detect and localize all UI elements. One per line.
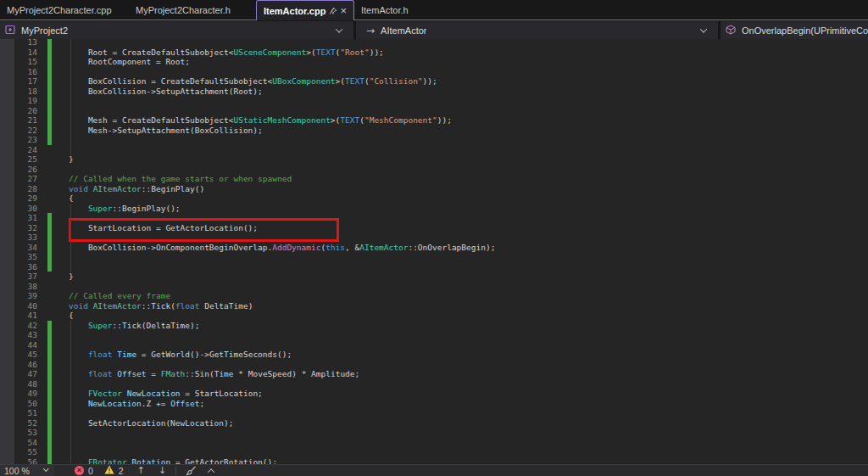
line-number: 13	[14, 39, 37, 48]
code-line[interactable]: 45 float Time = GetWorld()->GetTimeSecon…	[0, 350, 868, 360]
line-number: 19	[14, 96, 37, 106]
line-number: 22	[14, 126, 37, 136]
code-line[interactable]: 38	[0, 282, 868, 292]
scope-dropdown[interactable]: → AItemActor	[356, 21, 718, 39]
project-dropdown[interactable]: MyProject2	[0, 21, 353, 39]
code-line[interactable]: 13	[0, 39, 868, 48]
line-number: 14	[14, 48, 37, 58]
code-line[interactable]: 55	[0, 447, 868, 457]
chevron-down-icon	[42, 466, 48, 472]
tab-myproject2character-h[interactable]: MyProject2Character.h	[129, 0, 254, 20]
code-text: BoxCollision->OnComponentBeginOverlap.Ad…	[69, 243, 495, 253]
warning-count: 2	[119, 466, 124, 476]
code-line[interactable]: 26	[0, 165, 868, 175]
line-number: 23	[14, 135, 37, 145]
tab-myproject2character-cpp[interactable]: MyProject2Character.cpp	[0, 0, 129, 20]
code-line[interactable]: 40void AItemActor::Tick(float DeltaTime)	[0, 301, 868, 311]
code-line[interactable]: 49 FVector NewLocation = StartLocation;	[0, 389, 868, 399]
pin-icon[interactable]	[329, 7, 337, 15]
code-line[interactable]: 36	[0, 262, 868, 272]
code-text: }	[69, 154, 74, 165]
line-number: 45	[14, 350, 37, 360]
project-name: MyProject2	[21, 25, 68, 36]
close-icon[interactable]: ×	[340, 7, 347, 15]
code-line[interactable]: 17 BoxCollision = CreateDefaultSubobject…	[0, 76, 868, 87]
line-number: 25	[14, 154, 37, 165]
code-line[interactable]: 21 Mesh = CreateDefaultSubobject<UStatic…	[0, 115, 868, 126]
code-editor[interactable]: 1314 Root = CreateDefaultSubobject<UScen…	[0, 39, 868, 464]
indent-guide	[70, 321, 71, 465]
code-line[interactable]: 54	[0, 438, 868, 448]
code-line[interactable]: 30 Super::BeginPlay();	[0, 204, 868, 214]
code-line[interactable]: 52 SetActorLocation(NewLocation);	[0, 418, 868, 428]
code-line[interactable]: 47 float Offset = FMath::Sin(Time * Move…	[0, 369, 868, 379]
code-line[interactable]: 15 RootComponent = Root;	[0, 57, 868, 67]
error-count: 0	[88, 466, 93, 476]
code-line[interactable]: 25}	[0, 154, 868, 165]
code-text: {	[69, 311, 74, 321]
line-number: 39	[14, 291, 37, 301]
change-bar	[47, 39, 52, 145]
code-line[interactable]: 27// Called when the game starts or when…	[0, 174, 868, 184]
code-line[interactable]: 16	[0, 67, 868, 77]
code-line[interactable]: 35	[0, 252, 868, 262]
code-text: BoxCollision->SetupAttachment(Root);	[69, 87, 263, 97]
code-line[interactable]: 20	[0, 106, 868, 116]
tab-itemactor-h[interactable]: ItemActor.h	[354, 0, 415, 20]
code-line[interactable]: 28void AItemActor::BeginPlay()	[0, 184, 868, 194]
caret-up-icon[interactable]	[208, 468, 214, 475]
line-number: 35	[14, 252, 37, 262]
code-line[interactable]: 56 FRotator Rotation = GetActorRotation(…	[0, 457, 868, 465]
code-line[interactable]: 18 BoxCollision->SetupAttachment(Root);	[0, 87, 868, 97]
code-line[interactable]: 24	[0, 145, 868, 155]
line-number: 44	[14, 340, 37, 350]
code-text: SetActorLocation(NewLocation);	[69, 418, 233, 428]
code-line[interactable]: 22 Mesh->SetupAttachment(BoxCollision);	[0, 126, 868, 136]
code-line[interactable]: 34 BoxCollision->OnComponentBeginOverlap…	[0, 243, 868, 253]
line-number: 38	[14, 282, 37, 292]
code-line[interactable]: 39// Called every frame	[0, 291, 868, 301]
zoom-control[interactable]: 100 %	[0, 465, 54, 476]
line-number: 55	[14, 447, 37, 457]
code-line[interactable]: 37}	[0, 272, 868, 282]
member-dropdown[interactable]: OnOverlapBegin(UPrimitiveCompo	[721, 21, 868, 39]
code-line[interactable]: 19	[0, 96, 868, 106]
code-text: // Called every frame	[69, 291, 170, 301]
code-text: Super::Tick(DeltaTime);	[69, 321, 199, 331]
code-line[interactable]: 53	[0, 428, 868, 438]
line-number: 31	[14, 213, 37, 223]
error-circle-icon[interactable]: ×	[75, 466, 84, 475]
line-number: 42	[14, 321, 37, 331]
code-line[interactable]: 14 Root = CreateDefaultSubobject<USceneC…	[0, 48, 868, 58]
tab-itemactor-cpp[interactable]: ItemActor.cpp ×	[256, 0, 354, 20]
broom-icon[interactable]	[186, 466, 197, 476]
code-text: {	[69, 193, 74, 204]
code-line[interactable]: 29{	[0, 193, 868, 204]
code-line[interactable]: 46	[0, 360, 868, 370]
code-line[interactable]: 43	[0, 330, 868, 340]
code-line[interactable]: 48	[0, 379, 868, 389]
code-line[interactable]: 41{	[0, 311, 868, 321]
line-number: 52	[14, 418, 37, 428]
code-line[interactable]: 50 NewLocation.Z += Offset;	[0, 399, 868, 409]
code-line[interactable]: 44	[0, 340, 868, 350]
editor-status-strip: 100 % × 0 2 ↑ ↓	[0, 464, 868, 476]
code-text: NewLocation.Z += Offset;	[69, 399, 204, 409]
code-line[interactable]: 51	[0, 408, 868, 418]
line-number: 53	[14, 428, 37, 438]
line-number: 30	[14, 204, 37, 214]
line-number: 48	[14, 379, 37, 389]
up-arrow-icon[interactable]: ↑	[137, 465, 145, 476]
down-arrow-icon[interactable]: ↓	[159, 465, 166, 476]
code-text: Root = CreateDefaultSubobject<USceneComp…	[69, 48, 384, 58]
code-line[interactable]: 42 Super::Tick(DeltaTime);	[0, 321, 868, 331]
change-bar	[47, 213, 52, 272]
line-number: 17	[14, 76, 37, 87]
code-line[interactable]: 23	[0, 135, 868, 145]
line-number: 47	[14, 369, 37, 379]
line-number: 16	[14, 67, 37, 77]
line-number: 20	[14, 106, 37, 116]
warning-triangle-icon[interactable]	[104, 465, 114, 476]
line-number: 33	[14, 232, 37, 243]
line-number: 34	[14, 243, 37, 253]
